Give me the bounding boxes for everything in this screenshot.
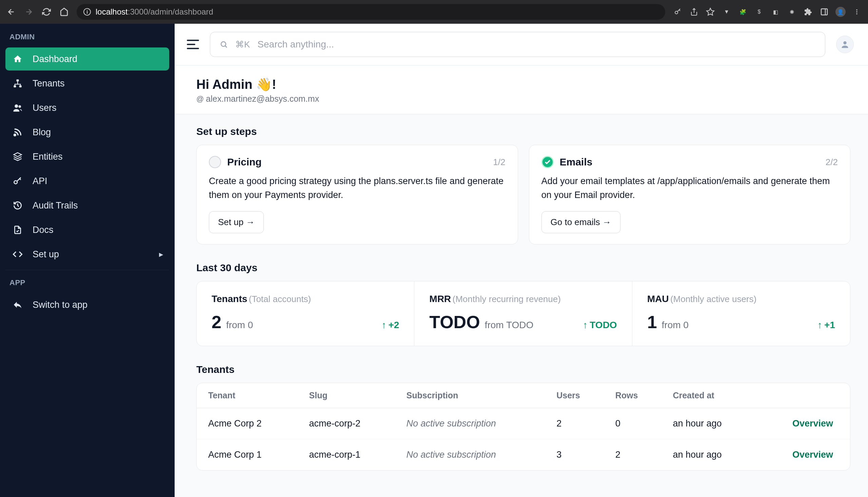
setup-button[interactable]: Set up → bbox=[209, 211, 264, 233]
sidebar-item-api[interactable]: API bbox=[5, 170, 169, 193]
extension-icon-5[interactable]: ✺ bbox=[787, 7, 797, 17]
svg-rect-9 bbox=[19, 85, 22, 87]
sidebar-item-switch-to-app[interactable]: Switch to app bbox=[5, 293, 169, 316]
sidebar-item-label: Entities bbox=[32, 152, 63, 162]
extension-icon-1[interactable]: ▼ bbox=[722, 7, 732, 17]
extensions-button[interactable] bbox=[803, 7, 813, 17]
sidebar-item-label: Tenants bbox=[32, 78, 65, 89]
share-icon[interactable] bbox=[689, 7, 699, 17]
topbar: ⌘K Search anything... bbox=[175, 24, 868, 66]
main-area: ⌘K Search anything... Hi Admin 👋! @alex.… bbox=[175, 24, 868, 497]
search-shortcut: ⌘K bbox=[235, 39, 250, 50]
extension-icon-4[interactable]: ◧ bbox=[770, 7, 781, 17]
url-host: localhost bbox=[96, 7, 128, 16]
search-placeholder: Search anything... bbox=[257, 39, 334, 50]
table-header-row: Tenant Slug Subscription Users Rows Crea… bbox=[197, 383, 850, 408]
sidebar-item-docs[interactable]: Docs bbox=[5, 218, 169, 241]
svg-rect-2 bbox=[821, 9, 827, 15]
url-path: :3000/admin/dashboard bbox=[128, 7, 213, 16]
sidebar-item-tenants[interactable]: Tenants bbox=[5, 72, 169, 95]
setup-card-emails: Emails 2/2 Add your email templates at /… bbox=[529, 145, 851, 244]
forward-button[interactable] bbox=[24, 7, 34, 17]
extension-icon-2[interactable]: 🧩 bbox=[738, 7, 748, 17]
svg-rect-8 bbox=[14, 85, 16, 87]
svg-point-12 bbox=[14, 134, 16, 136]
sidebar-item-setup[interactable]: Set up ▶ bbox=[5, 243, 169, 266]
svg-point-15 bbox=[843, 41, 846, 44]
chevron-right-icon: ▶ bbox=[159, 251, 163, 258]
sidebar-item-entities[interactable]: Entities bbox=[5, 145, 169, 168]
svg-marker-1 bbox=[707, 8, 714, 15]
svg-point-4 bbox=[856, 10, 857, 11]
code-icon bbox=[12, 249, 23, 260]
sidebar-item-users[interactable]: Users bbox=[5, 96, 169, 119]
user-email: @alex.martinez@absys.com.mx bbox=[196, 94, 850, 104]
svg-rect-7 bbox=[17, 79, 19, 81]
stats-section-title: Last 30 days bbox=[196, 262, 850, 273]
arrow-up-icon: ↑ bbox=[583, 320, 587, 330]
rss-icon bbox=[12, 127, 23, 138]
stat-value: 2 bbox=[212, 312, 222, 332]
sidebar-item-dashboard[interactable]: Dashboard bbox=[5, 47, 169, 71]
go-to-emails-button[interactable]: Go to emails → bbox=[541, 211, 621, 233]
sidebar-item-audit-trails[interactable]: Audit Trails bbox=[5, 194, 169, 217]
col-rows: Rows bbox=[606, 383, 664, 408]
stat-tenants: Tenants (Total accounts) 2from 0 ↑+2 bbox=[197, 281, 414, 346]
cube-icon bbox=[12, 151, 23, 162]
bookmark-star-icon[interactable] bbox=[705, 7, 715, 17]
setup-card-count: 2/2 bbox=[826, 157, 838, 168]
sidebar-item-label: Docs bbox=[32, 225, 54, 235]
setup-card-title: Pricing bbox=[227, 156, 487, 168]
stat-delta: ↑+1 bbox=[817, 320, 835, 330]
sidebar-divider bbox=[5, 270, 169, 270]
svg-point-14 bbox=[221, 42, 226, 46]
stat-delta: ↑TODO bbox=[583, 320, 617, 330]
home-button[interactable] bbox=[59, 7, 69, 17]
kebab-menu[interactable] bbox=[852, 7, 862, 17]
setup-section-title: Set up steps bbox=[196, 126, 850, 137]
reload-button[interactable] bbox=[41, 7, 52, 17]
svg-point-6 bbox=[856, 13, 857, 14]
table-row: Acme Corp 1 acme-corp-1 No active subscr… bbox=[197, 439, 850, 471]
site-info-icon[interactable]: i bbox=[83, 8, 91, 16]
table-row: Acme Corp 2 acme-corp-2 No active subscr… bbox=[197, 408, 850, 439]
sidebar: ADMIN Dashboard Tenants Users Blog Entit… bbox=[0, 24, 175, 497]
stat-value: 1 bbox=[647, 312, 657, 332]
stats-grid: Tenants (Total accounts) 2from 0 ↑+2 MRR… bbox=[196, 281, 850, 346]
sidebar-item-label: Blog bbox=[32, 127, 51, 138]
search-icon bbox=[220, 40, 228, 48]
overview-link[interactable]: Overview bbox=[757, 439, 850, 471]
setup-card-desc: Create a good pricing strategy using the… bbox=[209, 174, 506, 202]
overview-link[interactable]: Overview bbox=[757, 408, 850, 439]
sidebar-item-label: Set up bbox=[32, 249, 59, 260]
stat-mrr: MRR (Monthly recurring revenue) TODOfrom… bbox=[414, 281, 632, 346]
arrow-up-icon: ↑ bbox=[817, 320, 822, 330]
setup-card-count: 1/2 bbox=[493, 157, 505, 168]
setup-status-done-icon bbox=[541, 156, 554, 168]
search-input[interactable]: ⌘K Search anything... bbox=[210, 32, 825, 57]
reply-icon bbox=[12, 299, 23, 310]
sidebar-item-blog[interactable]: Blog bbox=[5, 121, 169, 144]
menu-toggle-button[interactable] bbox=[187, 40, 199, 49]
sidebar-item-label: Switch to app bbox=[32, 300, 87, 310]
key-icon[interactable] bbox=[673, 7, 683, 17]
sidebar-item-label: API bbox=[32, 176, 47, 186]
sidebar-item-label: Users bbox=[32, 103, 57, 113]
back-button[interactable] bbox=[6, 7, 16, 17]
panel-button[interactable] bbox=[819, 7, 829, 17]
url-bar[interactable]: i localhost:3000/admin/dashboard bbox=[76, 4, 665, 20]
profile-avatar[interactable]: 👤 bbox=[836, 7, 845, 17]
arrow-up-icon: ↑ bbox=[382, 320, 386, 330]
users-icon bbox=[12, 102, 23, 113]
setup-card-pricing: Pricing 1/2 Create a good pricing strate… bbox=[196, 145, 518, 244]
col-created: Created at bbox=[663, 383, 757, 408]
page-greeting: Hi Admin 👋! bbox=[196, 77, 850, 92]
col-subscription: Subscription bbox=[397, 383, 547, 408]
extension-icon-3[interactable]: $ bbox=[754, 7, 764, 17]
col-users: Users bbox=[547, 383, 606, 408]
user-avatar-button[interactable] bbox=[836, 36, 854, 53]
sitemap-icon bbox=[12, 78, 23, 89]
setup-card-title: Emails bbox=[560, 156, 820, 168]
setup-card-desc: Add your email templates at /app/applica… bbox=[541, 174, 838, 202]
home-icon bbox=[12, 54, 23, 65]
